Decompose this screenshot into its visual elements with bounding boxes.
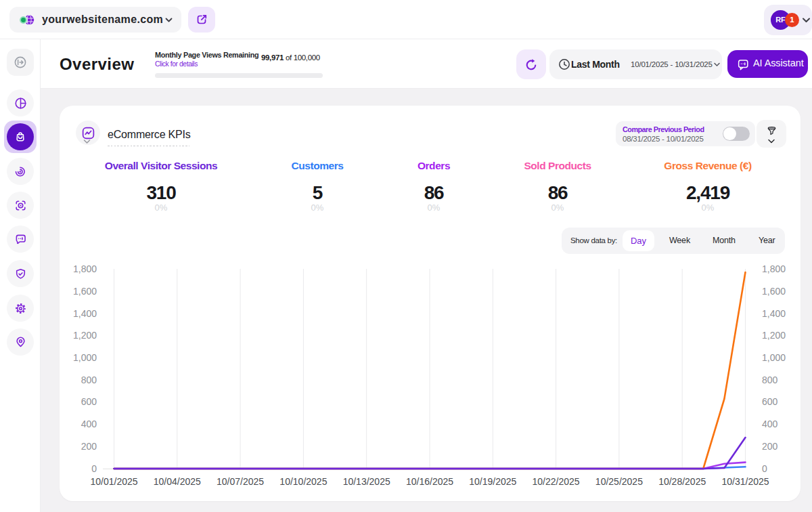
svg-text:10/31/2025: 10/31/2025	[721, 476, 769, 487]
svg-text:10/07/2025: 10/07/2025	[217, 476, 264, 487]
svg-text:1,000: 1,000	[762, 352, 786, 363]
svg-text:1,000: 1,000	[73, 352, 97, 363]
svg-text:200: 200	[81, 441, 97, 452]
svg-text:10/10/2025: 10/10/2025	[279, 476, 327, 487]
svg-text:800: 800	[81, 375, 97, 385]
svg-text:0: 0	[762, 463, 767, 474]
svg-text:1,600: 1,600	[73, 286, 97, 297]
svg-text:10/01/2025: 10/01/2025	[90, 476, 137, 487]
svg-text:400: 400	[81, 419, 97, 429]
svg-text:1,200: 1,200	[73, 330, 97, 341]
svg-text:600: 600	[81, 396, 97, 407]
svg-text:10/28/2025: 10/28/2025	[658, 476, 706, 487]
svg-text:1,200: 1,200	[762, 330, 786, 341]
svg-text:10/16/2025: 10/16/2025	[406, 476, 453, 487]
svg-text:10/25/2025: 10/25/2025	[595, 476, 643, 487]
svg-text:1,400: 1,400	[73, 308, 97, 319]
svg-text:10/22/2025: 10/22/2025	[533, 476, 580, 487]
svg-text:800: 800	[762, 375, 778, 385]
svg-text:10/04/2025: 10/04/2025	[154, 476, 201, 487]
svg-text:1,800: 1,800	[73, 263, 97, 274]
svg-text:400: 400	[762, 419, 778, 429]
svg-text:1,600: 1,600	[762, 286, 786, 297]
svg-text:0: 0	[91, 463, 97, 474]
svg-text:200: 200	[762, 441, 778, 452]
svg-text:10/13/2025: 10/13/2025	[343, 476, 390, 487]
svg-text:600: 600	[762, 396, 778, 407]
svg-text:1,800: 1,800	[762, 263, 786, 274]
svg-text:1,400: 1,400	[762, 308, 786, 319]
svg-text:10/19/2025: 10/19/2025	[469, 476, 516, 487]
